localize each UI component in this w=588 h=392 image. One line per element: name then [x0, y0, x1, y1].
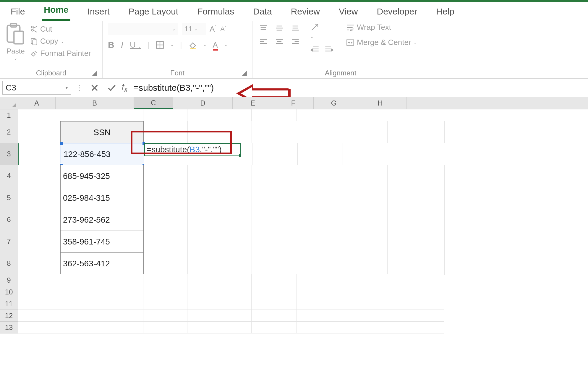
cell-B5[interactable]: 025-984-315	[60, 187, 144, 209]
cell-E2[interactable]	[252, 121, 297, 143]
cell-B13[interactable]	[60, 322, 143, 333]
paste-icon[interactable]	[5, 23, 26, 46]
cell-E13[interactable]	[252, 322, 297, 333]
cell-D4[interactable]	[188, 165, 252, 187]
fill-color-button[interactable]	[189, 41, 197, 49]
cell-E8[interactable]	[252, 252, 297, 275]
cell-H9[interactable]	[387, 274, 444, 286]
cell-A7[interactable]	[18, 231, 60, 253]
cell-G7[interactable]	[342, 231, 388, 253]
cell-C6[interactable]	[144, 209, 188, 231]
wrap-text-button[interactable]: Wrap Text	[346, 23, 417, 32]
borders-button[interactable]	[156, 41, 164, 49]
cell-G8[interactable]	[342, 252, 388, 275]
cell-H11[interactable]	[387, 298, 444, 310]
cell-E5[interactable]	[252, 187, 297, 209]
cell-B3[interactable]: 122-856-453	[61, 143, 144, 166]
cell-F2[interactable]	[297, 121, 342, 143]
cell-C9[interactable]	[143, 274, 187, 286]
tab-insert[interactable]: Insert	[86, 4, 111, 21]
font-color-button[interactable]: A	[213, 41, 218, 50]
cell-editor[interactable]: =substitute(B3,"-","")	[144, 143, 241, 156]
name-box[interactable]: C3 ▾	[2, 81, 71, 95]
clipboard-dialog-launcher-icon[interactable]: ◢	[92, 69, 97, 77]
cell-C12[interactable]	[143, 310, 187, 322]
cell-H12[interactable]	[387, 310, 444, 322]
cell-E4[interactable]	[252, 165, 297, 187]
tab-developer[interactable]: Developer	[375, 4, 419, 21]
cell-G9[interactable]	[342, 274, 387, 286]
cell-E12[interactable]	[252, 310, 297, 322]
cell-H13[interactable]	[387, 322, 444, 333]
cell-B12[interactable]	[60, 310, 143, 322]
cell-C7[interactable]	[144, 231, 188, 253]
cell-E7[interactable]	[252, 231, 297, 253]
tab-view[interactable]: View	[337, 4, 359, 21]
align-top-icon[interactable]	[259, 25, 268, 32]
cell-F7[interactable]	[297, 231, 342, 253]
cell-E1[interactable]	[252, 109, 297, 121]
cell-E3[interactable]	[252, 143, 298, 165]
cell-G3[interactable]	[343, 143, 388, 165]
cell-H5[interactable]	[388, 187, 445, 209]
cell-B1[interactable]	[60, 109, 143, 121]
row-header[interactable]: 2	[0, 121, 18, 143]
align-center-icon[interactable]	[275, 38, 284, 45]
cell-H2[interactable]	[388, 121, 445, 143]
cell-D11[interactable]	[187, 298, 252, 310]
decrease-font-icon[interactable]: A˅	[220, 25, 226, 33]
cell-F5[interactable]	[297, 187, 342, 209]
cell-G10[interactable]	[342, 286, 387, 298]
decrease-indent-icon[interactable]	[310, 46, 319, 54]
tab-data[interactable]: Data	[251, 4, 273, 21]
cell-A10[interactable]	[18, 286, 60, 298]
merge-center-button[interactable]: Merge & Center ⌄	[346, 38, 417, 47]
underline-button[interactable]: U ⌄	[130, 40, 141, 50]
row-header[interactable]: 8	[0, 252, 18, 275]
cell-F4[interactable]	[297, 165, 342, 187]
cell-D2[interactable]	[188, 121, 252, 143]
cell-H10[interactable]	[387, 286, 444, 298]
cell-C10[interactable]	[143, 286, 187, 298]
column-header-G[interactable]: G	[314, 97, 354, 109]
copy-dropdown-icon[interactable]: ⌄	[61, 39, 64, 44]
tab-home[interactable]: Home	[42, 2, 70, 21]
cell-G6[interactable]	[342, 209, 388, 231]
column-header-E[interactable]: E	[233, 97, 273, 109]
cell-A6[interactable]	[18, 209, 60, 231]
row-header[interactable]: 3	[0, 143, 19, 165]
cell-H4[interactable]	[388, 165, 445, 187]
cell-E10[interactable]	[252, 286, 297, 298]
cell-E9[interactable]	[252, 274, 297, 286]
font-name-select[interactable]: ⌄	[108, 23, 178, 35]
copy-button[interactable]: Copy ⌄	[30, 37, 91, 46]
increase-font-icon[interactable]: A˄	[210, 25, 217, 34]
column-header-H[interactable]: H	[354, 97, 406, 109]
row-header[interactable]: 13	[0, 322, 18, 333]
cell-A1[interactable]	[18, 109, 60, 121]
select-all-corner[interactable]	[0, 97, 18, 109]
cell-A8[interactable]	[18, 252, 60, 275]
font-dialog-launcher-icon[interactable]: ◢	[242, 69, 247, 77]
cell-A5[interactable]	[18, 187, 60, 209]
cell-A2[interactable]	[18, 121, 60, 143]
cell-H3[interactable]	[388, 143, 445, 165]
cell-D13[interactable]	[187, 322, 252, 333]
cell-G11[interactable]	[342, 298, 387, 310]
cell-D7[interactable]	[188, 231, 252, 253]
cell-F10[interactable]	[297, 286, 342, 298]
row-header[interactable]: 10	[0, 286, 18, 298]
cell-D12[interactable]	[187, 310, 252, 322]
cell-D8[interactable]	[188, 252, 252, 275]
cell-C11[interactable]	[143, 298, 187, 310]
cell-F8[interactable]	[297, 252, 342, 275]
row-header[interactable]: 4	[0, 165, 18, 187]
cell-B8[interactable]: 362-563-412	[60, 252, 144, 275]
format-painter-button[interactable]: Format Painter	[30, 49, 91, 58]
cell-E11[interactable]	[252, 298, 297, 310]
cell-H6[interactable]	[388, 209, 445, 231]
cell-A12[interactable]	[18, 310, 60, 322]
cell-B9[interactable]	[60, 274, 143, 286]
cell-C1[interactable]	[143, 109, 187, 121]
cell-B10[interactable]	[60, 286, 143, 298]
